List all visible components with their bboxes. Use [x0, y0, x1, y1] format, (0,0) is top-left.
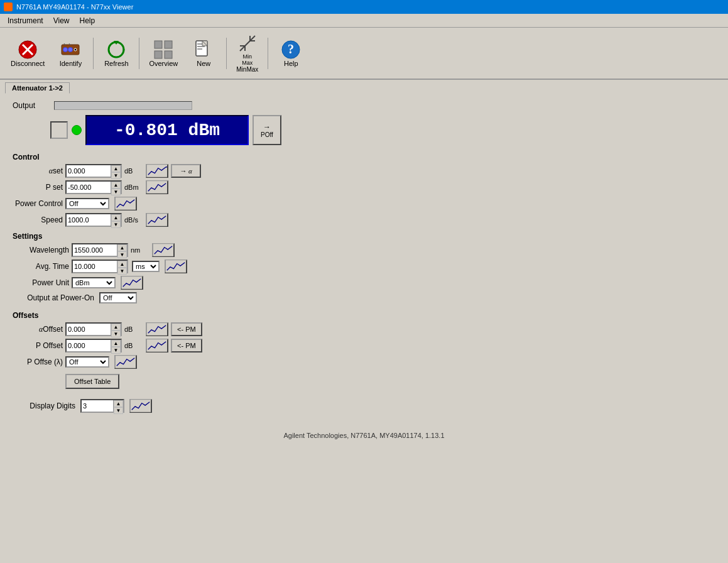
alpha-set-input[interactable]: [67, 165, 111, 177]
power-unit-graph-icon: [122, 276, 142, 290]
svg-text:?: ?: [288, 42, 294, 56]
alpha-set-graph-icon: [147, 164, 167, 178]
alpha-set-up[interactable]: ▲: [111, 165, 121, 172]
power-unit-select[interactable]: dBm W mW: [72, 277, 116, 288]
wavelength-spinbox[interactable]: ▲ ▼: [72, 243, 128, 257]
wavelength-arrows: ▲ ▼: [117, 244, 127, 256]
minmax-label: MinMax: [236, 66, 258, 73]
p-set-input[interactable]: [67, 182, 111, 193]
avg-time-input[interactable]: [73, 261, 117, 272]
minmax-button[interactable]: Min Max MinMax: [231, 30, 264, 76]
display-digits-input[interactable]: [82, 400, 113, 412]
wavelength-graph-icon: [153, 243, 173, 257]
display-digits-up[interactable]: ▲: [114, 400, 123, 407]
p-offset-input[interactable]: [67, 340, 111, 351]
p-offset-unit: dB: [124, 342, 143, 349]
p-offset-spinbox[interactable]: ▲ ▼: [65, 339, 122, 353]
output-display-value: -0.801 dBm: [85, 115, 249, 145]
avg-time-up[interactable]: ▲: [117, 261, 127, 268]
p-offset-arrows: ▲ ▼: [111, 340, 121, 351]
p-set-spinbox[interactable]: ▲ ▼: [65, 180, 122, 194]
toolbar-separator-4: [268, 38, 268, 69]
p-offset-lambda-graph-btn[interactable]: [114, 355, 137, 369]
title-text: N7761A MY49A01174 - N77xx Viewer: [16, 3, 133, 11]
alpha-set-down[interactable]: ▼: [111, 172, 121, 179]
svg-rect-29: [116, 197, 136, 210]
menu-instrument[interactable]: Instrument: [3, 15, 48, 26]
svg-rect-31: [153, 244, 173, 256]
power-control-graph-btn[interactable]: [114, 197, 137, 210]
settings-section-header: Settings: [13, 232, 715, 241]
offset-table-button[interactable]: Offset Table: [65, 374, 119, 389]
alpha-offset-up[interactable]: ▲: [111, 324, 121, 331]
alpha-offset-unit: dB: [124, 325, 143, 333]
p-set-up[interactable]: ▲: [111, 182, 121, 189]
disconnect-button[interactable]: Disconnect: [5, 36, 50, 70]
menu-help[interactable]: Help: [75, 15, 101, 26]
speed-graph-btn[interactable]: [146, 213, 168, 227]
power-unit-row: Power Unit dBm W mW: [13, 276, 715, 290]
wavelength-up[interactable]: ▲: [117, 244, 127, 251]
p-set-down[interactable]: ▼: [111, 189, 121, 195]
wavelength-input[interactable]: [73, 244, 117, 256]
alpha-offset-graph-btn[interactable]: [146, 322, 168, 336]
alpha-set-label: ααsetset: [13, 167, 63, 176]
svg-point-8: [74, 48, 77, 51]
alpha-set-graph-btn[interactable]: [146, 164, 168, 178]
speed-spinbox[interactable]: ▲ ▼: [65, 213, 122, 227]
display-digits-graph-btn[interactable]: [129, 399, 152, 413]
power-unit-graph-btn[interactable]: [121, 276, 143, 290]
display-digits-down[interactable]: ▼: [114, 407, 123, 414]
overview-button[interactable]: Overview: [143, 36, 183, 70]
toolbar: Disconnect Identify Refr: [0, 28, 728, 80]
speed-up[interactable]: ▲: [111, 214, 121, 221]
menu-view[interactable]: View: [48, 15, 75, 26]
identify-label: Identify: [60, 60, 82, 67]
alpha-offset-input[interactable]: [67, 324, 111, 335]
svg-line-23: [240, 36, 255, 51]
speed-input[interactable]: [67, 214, 111, 226]
p-set-label: P set: [13, 183, 63, 192]
p-offset-lambda-select[interactable]: Off On: [65, 356, 109, 368]
display-digits-spinbox[interactable]: ▲ ▼: [80, 399, 124, 413]
wavelength-down[interactable]: ▼: [117, 251, 127, 258]
attenuator-tab[interactable]: Attenuator 1->2: [5, 82, 70, 94]
refresh-label: Refresh: [104, 60, 129, 67]
alpha-offset-down[interactable]: ▼: [111, 331, 121, 337]
output-square-indicator: [50, 121, 68, 139]
wavelength-graph-btn[interactable]: [152, 243, 175, 257]
avg-time-graph-btn[interactable]: [165, 260, 187, 273]
avg-time-unit-select[interactable]: ms s: [132, 261, 160, 272]
control-section-header: Control: [13, 153, 715, 161]
toolbar-separator-1: [93, 38, 94, 69]
alpha-set-arrows: ▲ ▼: [111, 165, 121, 177]
new-button[interactable]: New: [185, 36, 222, 70]
alpha-set-spinbox[interactable]: ▲ ▼: [65, 164, 122, 178]
svg-rect-20: [197, 48, 202, 50]
refresh-button[interactable]: Refresh: [97, 36, 135, 70]
output-power-on-select[interactable]: Off On: [99, 292, 137, 303]
alpha-offset-pm-button[interactable]: <- PM: [171, 322, 202, 336]
goto-alpha-button[interactable]: → α: [171, 164, 201, 178]
avg-time-down[interactable]: ▼: [117, 268, 127, 275]
alpha-offset-spinbox[interactable]: ▲ ▼: [65, 322, 122, 336]
svg-point-7: [68, 48, 72, 52]
power-control-select[interactable]: Off On: [65, 198, 109, 209]
p-offset-graph-btn[interactable]: [146, 339, 168, 353]
output-section-label: Output: [13, 101, 50, 110]
p-offset-pm-button[interactable]: <- PM: [171, 339, 202, 353]
identify-button[interactable]: Identify: [52, 36, 89, 70]
speed-down[interactable]: ▼: [111, 221, 121, 228]
main-content: Attenuator 1->2 Output -0.801 dBm → POff…: [0, 80, 728, 563]
minmax-icon: [237, 33, 258, 53]
output-progress-bar: [54, 101, 192, 110]
title-bar: N7761A MY49A01174 - N77xx Viewer: [0, 0, 728, 14]
tab-strip: Attenuator 1->2: [5, 82, 723, 94]
avg-time-spinbox[interactable]: ▲ ▼: [72, 260, 128, 273]
p-set-graph-btn[interactable]: [146, 180, 168, 194]
p-offset-down[interactable]: ▼: [111, 347, 121, 354]
help-button[interactable]: ? Help: [272, 36, 310, 70]
p-offset-up[interactable]: ▲: [111, 340, 121, 347]
poff-button[interactable]: → POff: [253, 115, 281, 145]
display-digits-row: Display Digits ▲ ▼: [13, 399, 715, 413]
